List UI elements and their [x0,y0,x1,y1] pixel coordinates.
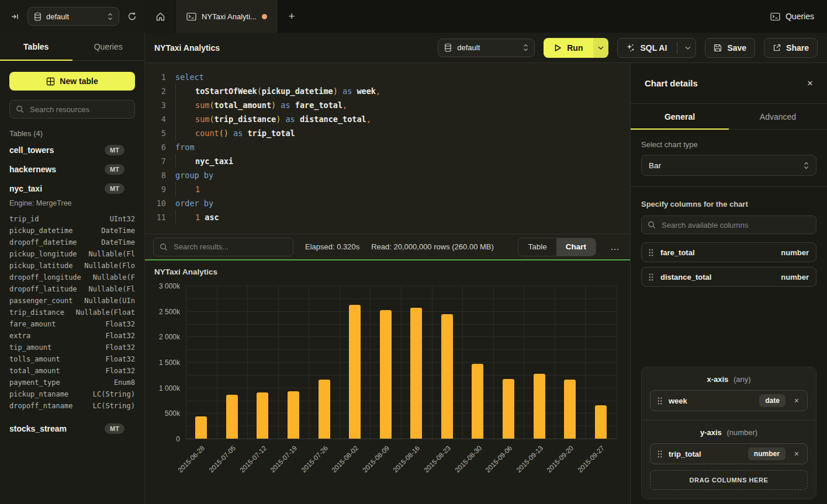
drag-handle-icon[interactable] [658,450,662,458]
table-row[interactable]: hackernewsMT [9,159,135,179]
view-toggle-table[interactable]: Table [518,238,556,256]
bar [288,391,299,439]
gridline [524,286,524,439]
gridline [309,286,309,439]
sidebar-tab-queries[interactable]: Queries [72,33,145,60]
column-row: dropoff_datetimeDateTime [9,237,135,248]
tables-list: cell_towersMThackernewsMTnyc_taxiMTEngin… [0,140,144,445]
line-number: 3 [153,98,166,112]
sidebar-tabs: Tables Queries [0,33,144,61]
chart-details-panel: Chart details × General Advanced Select … [630,63,827,504]
line-number: 1 [153,70,166,84]
query-tab[interactable]: NYTaxi Analyti... [176,0,278,33]
more-options-button[interactable]: … [608,242,622,252]
line-number: 8 [153,168,166,182]
view-toggle: Table Chart [518,238,596,256]
editor-line: 7nyc_taxi [153,154,630,168]
new-tab-button[interactable]: + [278,0,306,33]
x-axis-items: weekdate× [650,390,808,411]
queries-button-label: Queries [786,12,814,21]
drop-zone[interactable]: DRAG COLUMNS HERE [650,470,808,490]
column-list: trip_idUInt32pickup_datetimeDateTimedrop… [9,213,135,412]
chevron-down-icon[interactable] [685,46,691,50]
x-tick-label: 2015-09-06 [484,444,513,474]
database-selector-value: default [46,12,103,21]
resource-search-input[interactable] [29,105,134,114]
table-row[interactable]: cell_towersMT [9,140,135,159]
new-table-label: New table [60,77,98,86]
gridline [462,286,463,439]
tab-strip: NYTaxi Analyti... + [145,0,770,33]
database-selector[interactable]: default [438,39,535,57]
column-row: tolls_amountFloat32 [9,353,135,365]
bar [257,392,268,439]
tab-advanced[interactable]: Advanced [729,104,827,129]
y-axis-hint: (number) [726,428,757,437]
engine-badge: MT [105,423,124,434]
results-search-input[interactable] [172,242,287,252]
axis-column[interactable]: weekdate× [650,390,808,411]
database-selector[interactable]: default [27,7,119,26]
sql-ai-button[interactable]: SQL AI [617,38,696,58]
table-row[interactable]: stocks_streamMT [9,419,135,438]
results-toolbar: Elapsed: 0.320s Read: 20,000,000 rows (2… [145,234,630,260]
collapse-sidebar-icon[interactable] [11,12,19,21]
tables-section-title: Tables (4) [9,129,135,138]
panel-tabs: General Advanced [631,104,827,130]
run-options-button[interactable] [593,38,608,58]
x-tick-label: 2015-06-28 [177,444,206,474]
y-tick-label: 2 500k [159,308,180,316]
x-tick-label: 2015-09-13 [515,444,544,474]
gridline [186,286,186,439]
indent-guide [175,84,195,98]
drag-handle-icon[interactable] [649,249,653,256]
share-button[interactable]: Share [764,38,818,58]
home-tab[interactable] [145,0,175,33]
bar [349,305,361,439]
search-icon [160,243,168,251]
column-row: dropoff_ntanameLC(String) [9,400,135,412]
remove-icon[interactable]: × [792,449,801,458]
run-button[interactable]: Run [544,38,608,58]
gridline [247,286,248,439]
line-number: 2 [153,84,166,98]
drag-handle-icon[interactable] [649,273,653,281]
line-number: 7 [153,154,166,168]
axis-column[interactable]: trip_totalnumber× [650,443,808,464]
columns-search-input[interactable] [660,220,810,230]
queries-button[interactable]: Queries [770,12,814,21]
query-header: NYTaxi Analytics default [145,33,827,63]
new-table-button[interactable]: New table [9,72,135,91]
indent-guide [175,154,195,168]
bar-chart: 0500k1 000k1 500k2 000k2 500k3 000k2015-… [186,286,616,439]
column-row: pickup_longitudeNullable(Fl [9,248,135,260]
divider [677,42,677,54]
chart-section: NYTaxi Analytics 0500k1 000k1 500k2 000k… [145,260,630,504]
available-column[interactable]: distance_totalnumber [641,267,816,287]
save-button[interactable]: Save [705,38,755,58]
sidebar: Tables Queries New table Tables (4) cell… [0,33,145,504]
view-toggle-chart[interactable]: Chart [556,238,596,256]
gridline [186,439,616,439]
available-column[interactable]: fare_totalnumber [641,242,816,262]
sql-editor[interactable]: 1select2toStartOfWeek(pickup_datetime) a… [145,63,630,234]
remove-icon[interactable]: × [792,396,801,405]
chart-type-select[interactable]: Bar [641,155,816,176]
sidebar-tab-tables[interactable]: Tables [0,33,72,60]
editor-line: 5count() as trip_total [153,126,630,140]
editor-line: 3sum(total_amount) as fare_total, [153,98,630,112]
elapsed-stat: Elapsed: 0.320s [305,242,359,251]
close-icon[interactable]: × [807,78,813,88]
gridline [585,286,586,439]
indent-guide [175,112,195,126]
axes-card: x-axis (any) weekdate× y-axis (number) t… [641,367,816,499]
tab-general[interactable]: General [631,104,729,129]
line-number: 6 [153,140,166,154]
y-tick-label: 1 500k [159,359,180,367]
bar [564,380,576,439]
table-row[interactable]: nyc_taxiMT [9,179,135,198]
column-row: total_amountFloat32 [9,365,135,377]
bar [441,314,453,439]
drag-handle-icon[interactable] [658,397,662,405]
refresh-icon[interactable] [127,12,137,21]
